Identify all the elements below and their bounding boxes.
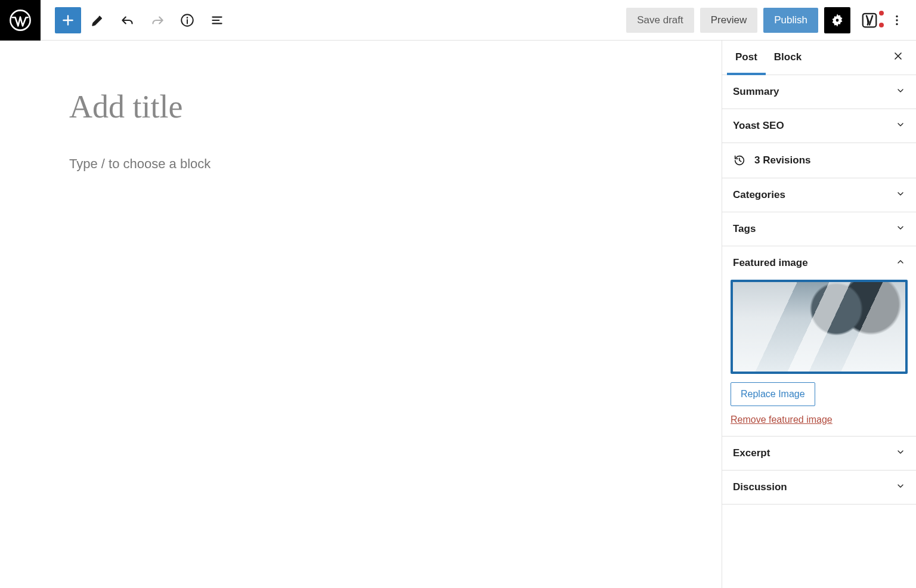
close-sidebar-button[interactable]: [885, 45, 911, 70]
pencil-icon: [90, 13, 106, 28]
editor-canvas: Type / to choose a block: [0, 41, 722, 588]
revisions-link[interactable]: 3 Revisions: [722, 143, 916, 178]
panel-discussion: Discussion: [722, 471, 916, 505]
chevron-down-icon: [896, 86, 905, 98]
plus-icon: [60, 13, 76, 28]
chevron-down-icon: [896, 223, 905, 235]
panel-excerpt: Excerpt: [722, 437, 916, 471]
info-icon: [180, 13, 195, 28]
svg-point-6: [896, 15, 898, 17]
save-draft-button[interactable]: Save draft: [626, 8, 694, 33]
redo-icon: [150, 13, 165, 28]
yoast-icon: [861, 11, 878, 29]
svg-point-7: [896, 19, 898, 21]
panel-label: Discussion: [733, 481, 787, 493]
list-view-icon: [209, 13, 225, 28]
publish-button[interactable]: Publish: [763, 8, 818, 33]
undo-icon: [120, 13, 135, 28]
panel-featured-image: Featured image Replace Image Remove feat…: [722, 246, 916, 437]
chevron-up-icon: [896, 257, 905, 269]
revisions-label: 3 Revisions: [754, 154, 811, 166]
svg-point-2: [187, 17, 188, 18]
svg-point-4: [836, 18, 839, 21]
chevron-down-icon: [896, 447, 905, 459]
more-icon: [890, 13, 904, 27]
wordpress-icon: [9, 9, 32, 32]
panel-featured-header[interactable]: Featured image: [722, 246, 916, 280]
remove-featured-image-link[interactable]: Remove featured image: [731, 414, 908, 425]
replace-image-button[interactable]: Replace Image: [731, 382, 815, 406]
redo-button[interactable]: [144, 7, 171, 33]
panel-categories-header[interactable]: Categories: [722, 178, 916, 212]
panel-discussion-header[interactable]: Discussion: [722, 471, 916, 504]
edit-tool-button[interactable]: [85, 7, 111, 33]
panel-yoast-header[interactable]: Yoast SEO: [722, 109, 916, 143]
chevron-down-icon: [896, 120, 905, 132]
preview-button[interactable]: Preview: [700, 8, 757, 33]
chevron-down-icon: [896, 189, 905, 201]
svg-point-0: [10, 10, 30, 30]
featured-image-thumbnail[interactable]: [731, 280, 908, 374]
yoast-button[interactable]: [856, 7, 883, 33]
toolbar-left: [41, 7, 230, 33]
gear-icon: [830, 13, 845, 28]
panel-summary: Summary: [722, 75, 916, 109]
history-icon: [733, 154, 746, 167]
panel-yoast: Yoast SEO: [722, 109, 916, 143]
block-placeholder[interactable]: Type / to choose a block: [69, 156, 722, 172]
add-block-button[interactable]: [55, 7, 81, 33]
undo-button[interactable]: [114, 7, 141, 33]
panel-label: Excerpt: [733, 447, 770, 459]
yoast-indicator-dot: [879, 11, 884, 16]
settings-button[interactable]: [824, 7, 850, 33]
sidebar-tabs: Post Block: [722, 41, 916, 75]
panel-label: Featured image: [733, 257, 808, 269]
list-view-button[interactable]: [204, 7, 230, 33]
featured-image-body: Replace Image Remove featured image: [722, 280, 916, 436]
panel-label: Tags: [733, 223, 756, 235]
close-icon: [892, 50, 904, 62]
panel-tags-header[interactable]: Tags: [722, 212, 916, 246]
panel-label: Summary: [733, 86, 779, 98]
panel-label: Categories: [733, 189, 785, 201]
panel-label: Yoast SEO: [733, 120, 784, 132]
panel-excerpt-header[interactable]: Excerpt: [722, 437, 916, 470]
tab-block[interactable]: Block: [766, 41, 810, 75]
svg-point-8: [896, 23, 898, 24]
panel-summary-header[interactable]: Summary: [722, 75, 916, 109]
settings-sidebar: Post Block Summary Yoast SEO 3 Revisions: [722, 41, 916, 588]
panel-tags: Tags: [722, 212, 916, 246]
post-title-input[interactable]: [69, 88, 591, 125]
more-options-button[interactable]: [889, 7, 905, 33]
panel-categories: Categories: [722, 178, 916, 212]
content-area: Type / to choose a block Post Block Summ…: [0, 41, 916, 588]
top-toolbar: Save draft Preview Publish: [0, 0, 916, 41]
wordpress-logo[interactable]: [0, 0, 41, 41]
chevron-down-icon: [896, 481, 905, 493]
details-button[interactable]: [174, 7, 200, 33]
tab-post[interactable]: Post: [727, 41, 766, 75]
yoast-indicator-dot: [879, 23, 884, 27]
toolbar-right: Save draft Preview Publish: [626, 7, 916, 33]
